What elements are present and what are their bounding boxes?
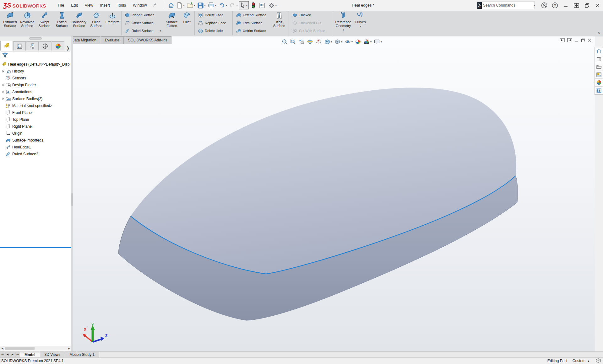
expander-icon[interactable] — [1, 98, 5, 100]
view-orientation-caret-icon[interactable]: ▾ — [331, 40, 332, 43]
tab-configuration-manager[interactable] — [26, 41, 39, 51]
ruled-surface-caret-icon[interactable]: ▾ — [160, 29, 161, 32]
new-document-caret-icon[interactable]: ▾ — [183, 4, 185, 7]
tree-root-part[interactable]: Heal edges (Default<<Default>_Displ — [0, 61, 71, 68]
scroll-left-icon[interactable]: ◀ — [0, 346, 5, 351]
tab-motion-study-1[interactable]: Motion Study 1 — [65, 352, 99, 357]
new-document-button[interactable]: ▾ — [176, 1, 185, 10]
freeform-button[interactable]: Freeform — [105, 11, 120, 36]
reference-geometry-button[interactable]: Reference Geometry ▾ — [333, 11, 353, 36]
boundary-surface-button[interactable]: Boundary Surface — [70, 11, 88, 36]
search-commands-box[interactable]: ▾ — [477, 2, 535, 9]
zoom-to-fit-button[interactable] — [281, 38, 288, 45]
tree-filter-box[interactable] — [1, 51, 70, 59]
tab-solidworks-add-ins[interactable]: SOLIDWORKS Add-Ins — [124, 36, 171, 44]
view-palette-icon[interactable] — [595, 71, 603, 79]
tree-item-history[interactable]: History — [0, 68, 71, 75]
tree-item-ruled-surface2[interactable]: Ruled Surface2 — [0, 151, 71, 158]
replace-face-button[interactable]: Replace Face — [197, 20, 231, 26]
view-orientation-button[interactable]: ▾ — [323, 38, 333, 45]
options-caret-icon[interactable]: ▾ — [275, 4, 277, 7]
ribbon-collapse-button[interactable]: ᐱ — [598, 31, 600, 35]
doc-close-icon[interactable] — [588, 38, 591, 42]
login-button[interactable] — [539, 0, 550, 11]
file-explorer-icon[interactable] — [595, 63, 603, 71]
file-properties-button[interactable] — [258, 1, 266, 10]
tree-item-origin[interactable]: Origin — [0, 130, 71, 137]
tree-item-surface-imported1[interactable]: Surface-Imported1 — [0, 137, 71, 144]
delete-face-button[interactable]: Delete Face — [197, 12, 231, 18]
custom-properties-icon[interactable] — [595, 87, 603, 94]
expander-icon[interactable] — [1, 91, 5, 93]
menu-tools[interactable]: Tools — [113, 0, 129, 11]
doc-previous-window-icon[interactable] — [560, 38, 565, 42]
extend-surface-button[interactable]: Extend Surface — [235, 12, 270, 18]
fillet-button[interactable]: Fillet — [181, 11, 193, 36]
menu-window[interactable]: Window — [129, 0, 150, 11]
annotation-views-button[interactable]: A — [315, 38, 322, 45]
tree-item-front-plane[interactable]: Front Plane — [0, 109, 71, 116]
reference-geometry-caret-icon[interactable]: ▾ — [343, 28, 344, 32]
save-caret-icon[interactable]: ▾ — [204, 4, 206, 7]
tree-item-healedge1[interactable]: HealEdge1 — [0, 144, 71, 151]
tree-item-material[interactable]: Material <not specified> — [0, 102, 71, 109]
graphics-viewport[interactable]: X Y Z — [71, 36, 595, 351]
undo-button[interactable]: ▾ — [218, 1, 228, 10]
revolved-surface-button[interactable]: Revolved Surface — [19, 11, 36, 36]
tree-item-sensors[interactable]: Sensors — [0, 75, 71, 82]
lofted-surface-button[interactable]: Lofted Surface — [53, 11, 70, 36]
open-caret-icon[interactable]: ▾ — [194, 4, 195, 7]
tree-item-surface-bodies[interactable]: Surface Bodies(2) — [0, 95, 71, 102]
doc-restore-icon[interactable] — [581, 38, 585, 42]
thicken-button[interactable]: Thicken — [291, 12, 330, 18]
extruded-surface-button[interactable]: Extruded Surface — [1, 11, 19, 36]
tab-display-manager[interactable] — [52, 41, 64, 51]
swept-surface-button[interactable]: Swept Surface — [36, 11, 53, 36]
view-settings-button[interactable]: ▾ — [373, 38, 383, 45]
undo-caret-icon[interactable]: ▾ — [226, 4, 227, 7]
scroll-right-icon[interactable]: ▶ — [67, 346, 71, 351]
section-view-button[interactable] — [306, 38, 314, 45]
panel-collapse-handle[interactable] — [0, 36, 71, 40]
tab-3d-views[interactable]: 3D Views — [40, 352, 65, 357]
print-caret-icon[interactable]: ▾ — [215, 4, 216, 7]
home-tab-icon[interactable] — [595, 47, 603, 55]
menu-file[interactable]: File — [54, 0, 68, 11]
tab-scroll-next-button[interactable]: ▶ — [10, 352, 15, 357]
offset-surface-button[interactable]: Offset Surface — [123, 20, 162, 26]
appearances-icon[interactable] — [595, 79, 603, 87]
tab-feature-manager[interactable] — [0, 41, 13, 51]
print-button[interactable]: ▾ — [207, 1, 217, 10]
menu-view[interactable]: View — [81, 0, 97, 11]
ruled-surface-button[interactable]: Ruled Surface ▾ — [123, 28, 162, 34]
options-button[interactable]: ▾ — [268, 1, 277, 10]
tab-model[interactable]: Model — [20, 352, 40, 357]
curves-caret-icon[interactable]: ▾ — [360, 24, 361, 28]
filled-surface-button[interactable]: Filled Surface — [88, 11, 105, 36]
tree-item-top-plane[interactable]: Top Plane — [0, 116, 71, 123]
tags-icon[interactable] — [595, 358, 601, 364]
edit-appearance-button[interactable] — [354, 38, 362, 45]
select-tool-caret-icon[interactable]: ▾ — [246, 4, 247, 7]
untrim-surface-button[interactable]: Untrim Surface — [235, 28, 270, 34]
surface-flatten-button[interactable]: Surface Flatten — [163, 11, 181, 36]
menu-insert[interactable]: Insert — [97, 0, 113, 11]
view-settings-caret-icon[interactable]: ▾ — [381, 40, 382, 43]
delete-hole-button[interactable]: Delete Hole — [197, 28, 231, 34]
previous-view-button[interactable] — [298, 38, 305, 45]
expander-icon[interactable] — [1, 84, 5, 86]
tab-property-manager[interactable] — [13, 41, 26, 51]
minimize-button[interactable] — [560, 0, 571, 11]
model-3d[interactable] — [71, 36, 595, 351]
search-commands-input[interactable] — [482, 3, 533, 8]
design-library-icon[interactable] — [595, 55, 603, 63]
tab-dimxpert-manager[interactable] — [39, 41, 52, 51]
knit-surface-button[interactable]: Knit Surface — [271, 11, 287, 36]
tree-item-right-plane[interactable]: Right Plane — [0, 123, 71, 130]
doc-minimize-icon[interactable] — [575, 38, 579, 42]
restore-button[interactable] — [582, 0, 592, 11]
planar-surface-button[interactable]: Planar Surface — [123, 12, 162, 18]
scrollbar-thumb[interactable] — [5, 347, 35, 350]
help-button[interactable]: ? — [550, 0, 560, 11]
units-selector[interactable]: Custom ▲ — [573, 359, 590, 363]
